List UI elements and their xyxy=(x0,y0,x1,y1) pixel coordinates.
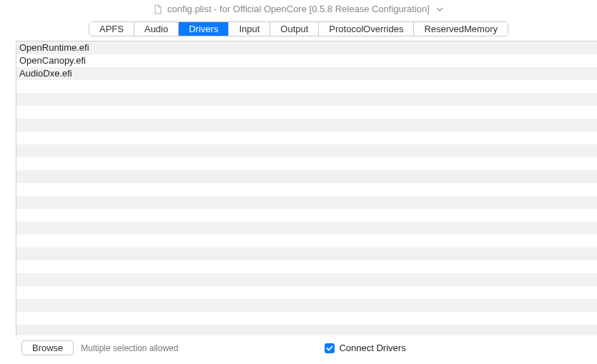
list-item[interactable] xyxy=(16,299,597,312)
list-item[interactable] xyxy=(16,144,597,157)
list-item[interactable] xyxy=(16,209,597,222)
list-item[interactable] xyxy=(16,260,597,273)
chevron-down-icon[interactable] xyxy=(435,5,444,14)
bottom-bar: Browse Multiple selection allowed Connec… xyxy=(0,335,597,355)
tab-protocoloverrides[interactable]: ProtocolOverrides xyxy=(319,22,414,36)
list-item[interactable] xyxy=(16,93,597,106)
checkbox-checked-icon[interactable] xyxy=(325,343,335,353)
list-item[interactable] xyxy=(16,222,597,235)
tab-input[interactable]: Input xyxy=(229,22,270,36)
list-item[interactable] xyxy=(16,119,597,132)
tab-output[interactable]: Output xyxy=(270,22,319,36)
list-item[interactable] xyxy=(16,183,597,196)
title-bar: config.plist - for Official OpenCore [0.… xyxy=(0,0,597,16)
tab-apfs[interactable]: APFS xyxy=(89,22,134,36)
tabs-container: APFSAudioDriversInputOutputProtocolOverr… xyxy=(0,21,597,36)
browse-button[interactable]: Browse xyxy=(21,340,74,355)
list-item[interactable] xyxy=(16,80,597,93)
connect-drivers-option[interactable]: Connect Drivers xyxy=(325,343,405,353)
list-item[interactable] xyxy=(16,157,597,170)
list-item[interactable] xyxy=(16,196,597,209)
list-item[interactable]: OpenCanopy.efi xyxy=(16,54,597,67)
list-item[interactable] xyxy=(16,247,597,260)
list-item[interactable] xyxy=(16,273,597,286)
tab-drivers[interactable]: Drivers xyxy=(179,22,229,36)
list-item[interactable]: AudioDxe.efi xyxy=(16,67,597,80)
tab-bar: APFSAudioDriversInputOutputProtocolOverr… xyxy=(89,21,508,36)
tab-audio[interactable]: Audio xyxy=(134,22,179,36)
list-item[interactable] xyxy=(16,286,597,299)
connect-drivers-label: Connect Drivers xyxy=(339,343,405,353)
hint-text: Multiple selection allowed xyxy=(81,343,178,353)
tab-reservedmemory[interactable]: ReservedMemory xyxy=(414,22,508,36)
list-item[interactable]: OpenRuntime.efi xyxy=(16,41,597,54)
list-item[interactable] xyxy=(16,170,597,183)
list-item[interactable] xyxy=(16,312,597,325)
drivers-list-panel: OpenRuntime.efiOpenCanopy.efiAudioDxe.ef… xyxy=(16,41,597,335)
list-item[interactable] xyxy=(16,132,597,144)
drivers-list[interactable]: OpenRuntime.efiOpenCanopy.efiAudioDxe.ef… xyxy=(16,41,597,335)
window-title: config.plist - for Official OpenCore [0.… xyxy=(167,4,430,14)
list-item[interactable] xyxy=(16,235,597,247)
file-icon xyxy=(153,4,163,14)
list-item[interactable] xyxy=(16,106,597,119)
list-item[interactable] xyxy=(16,325,597,335)
